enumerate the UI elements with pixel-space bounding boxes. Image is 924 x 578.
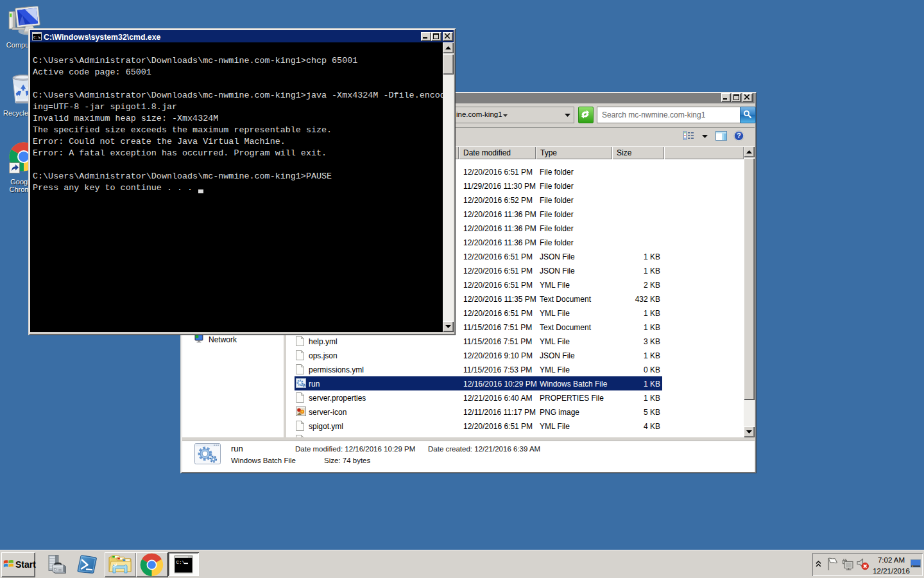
svg-text:C:\: C:\ bbox=[33, 35, 40, 40]
svg-text:?: ? bbox=[737, 132, 740, 139]
svg-text:C:\: C:\ bbox=[176, 560, 185, 565]
